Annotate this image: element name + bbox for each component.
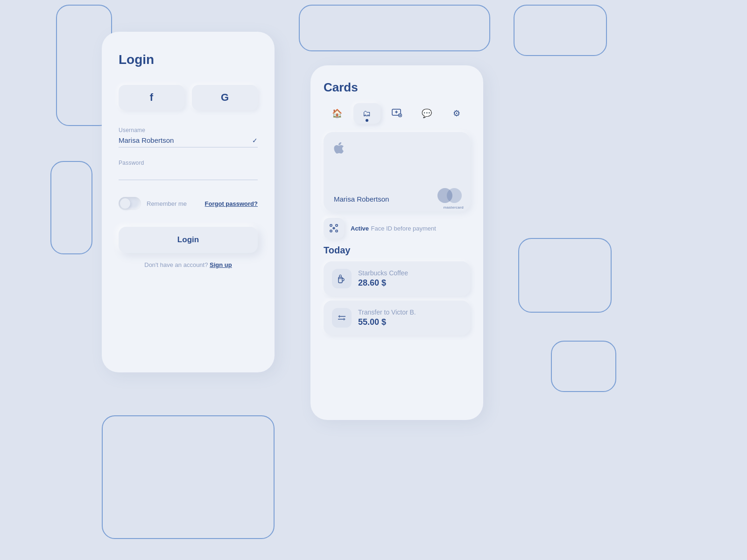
nav-tab-home[interactable]: 🏠 (324, 103, 351, 124)
transaction-starbucks: Starbucks Coffee 28.60 $ (324, 261, 470, 296)
deco-rect-6 (518, 238, 612, 313)
facebook-button[interactable]: f (119, 85, 184, 110)
deco-rect-2 (299, 5, 490, 51)
messages-icon: 💬 (422, 108, 432, 119)
signup-link[interactable]: Sign up (210, 261, 232, 268)
deco-rect-7 (551, 341, 616, 392)
username-field-group: Username ✓ (119, 127, 258, 147)
signup-prompt: Don't have an account? (144, 261, 208, 268)
transfer-info: Transfer to Victor B. 55.00 $ (358, 308, 416, 327)
card-widget: Marisa Robertson mastercard (324, 132, 470, 211)
remember-label: Remember me (147, 200, 187, 207)
transfer-amount: 55.00 $ (358, 317, 416, 327)
svg-rect-6 (330, 224, 332, 226)
username-input[interactable] (119, 136, 252, 144)
cards-panel: Cards 🏠 🗂 💬 ⚙ (310, 65, 483, 420)
cards-title: Cards (324, 80, 470, 95)
svg-rect-9 (336, 230, 338, 232)
username-row: ✓ (119, 136, 258, 147)
mc-circle-right (447, 188, 462, 203)
forgot-password-link[interactable]: Forgot password? (205, 200, 258, 207)
google-button[interactable]: G (192, 85, 258, 110)
remember-row: Remember me Forgot password? (119, 197, 258, 210)
mastercard-text: mastercard (444, 205, 464, 210)
starbucks-name: Starbucks Coffee (358, 269, 408, 277)
nav-tab-messages[interactable]: 💬 (413, 103, 440, 124)
svg-rect-7 (336, 224, 338, 226)
remember-toggle[interactable] (119, 197, 141, 210)
nav-dot (366, 119, 368, 122)
apple-logo (334, 142, 460, 158)
nav-tab-add[interactable] (383, 103, 410, 124)
starbucks-icon (332, 269, 352, 288)
svg-rect-8 (330, 230, 332, 232)
svg-rect-13 (338, 277, 342, 283)
mastercard-logo (437, 188, 462, 203)
starbucks-info: Starbucks Coffee 28.60 $ (358, 269, 408, 288)
add-card-icon (392, 109, 402, 119)
password-row (119, 169, 258, 180)
deco-rect-5 (102, 415, 275, 539)
faceid-description: Face ID before payment (371, 225, 436, 232)
login-title: Login (119, 52, 258, 67)
faceid-icon[interactable] (324, 218, 344, 238)
faceid-row: Active Face ID before payment (324, 218, 470, 238)
transfer-icon (332, 308, 352, 328)
nav-tab-settings[interactable]: ⚙ (443, 103, 470, 124)
login-card: Login f G Username ✓ Password Remember m… (102, 32, 275, 372)
social-buttons: f G (119, 85, 258, 110)
deco-rect-4 (50, 161, 92, 254)
deco-rect-3 (514, 5, 607, 56)
username-label: Username (119, 127, 258, 133)
password-field-group: Password (119, 160, 258, 180)
nav-tabs: 🏠 🗂 💬 ⚙ (324, 103, 470, 124)
faceid-info: Active Face ID before payment (351, 224, 436, 232)
check-icon: ✓ (252, 137, 258, 144)
login-button[interactable]: Login (119, 227, 258, 253)
starbucks-amount: 28.60 $ (358, 278, 408, 288)
home-icon: 🏠 (332, 108, 342, 119)
nav-tab-cards[interactable]: 🗂 (353, 103, 381, 124)
settings-icon: ⚙ (453, 108, 460, 119)
password-label: Password (119, 160, 258, 166)
today-label: Today (324, 245, 470, 256)
transaction-transfer: Transfer to Victor B. 55.00 $ (324, 301, 470, 335)
password-input[interactable] (119, 169, 258, 177)
transfer-name: Transfer to Victor B. (358, 308, 416, 316)
faceid-status: Active (351, 225, 369, 232)
toggle-thumb (120, 198, 130, 209)
signup-row: Don't have an account? Sign up (119, 261, 258, 268)
cards-icon: 🗂 (363, 109, 371, 119)
